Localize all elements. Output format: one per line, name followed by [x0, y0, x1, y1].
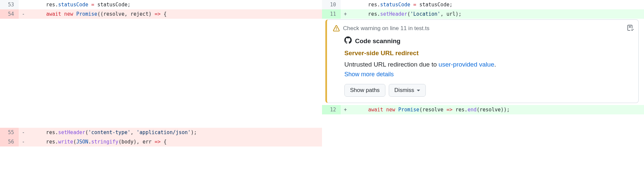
diff-marker: -	[19, 137, 28, 146]
empty-region	[0, 19, 322, 128]
line-number[interactable]: 12	[322, 105, 341, 114]
chevron-down-icon	[417, 90, 420, 91]
line-number[interactable]: 54	[0, 9, 19, 19]
alert-check-label: Check warning on line 11 in test.ts	[343, 25, 429, 32]
alert-source-link[interactable]: user-provided value	[438, 61, 494, 68]
code-content: res.write(JSON.stringify(body), err => {	[28, 137, 322, 146]
diff-line[interactable]: 10 res.statusCode = statusCode;	[322, 0, 644, 9]
line-number[interactable]: 11	[322, 9, 341, 19]
diff-line[interactable]: 56- res.write(JSON.stringify(body), err …	[0, 137, 322, 146]
diff-left: 53 res.statusCode = statusCode;54- await…	[0, 0, 322, 146]
alert-description: Untrusted URL redirection due to user-pr…	[344, 61, 632, 68]
diff-line[interactable]: 54- await new Promise((resolve, reject) …	[0, 9, 322, 19]
diff-line[interactable]: 11+ res.setHeader('Location', url);	[322, 9, 644, 19]
code-content: res.setHeader('content-type', 'applicati…	[28, 128, 322, 137]
warning-icon	[333, 25, 340, 32]
diff-marker	[19, 0, 28, 9]
show-paths-button[interactable]: Show paths	[344, 84, 385, 97]
code-content: await new Promise(resolve => res.end(res…	[350, 105, 644, 114]
code-content: res.statusCode = statusCode;	[350, 0, 644, 9]
alert-header: Check warning on line 11 in test.ts	[333, 25, 632, 32]
diff-line[interactable]: 55- res.setHeader('content-type', 'appli…	[0, 128, 322, 137]
diff-line[interactable]: 12+ await new Promise(resolve => res.end…	[322, 105, 644, 114]
diff-marker: +	[341, 105, 350, 114]
empty-line	[322, 114, 644, 124]
diff-split-view: 53 res.statusCode = statusCode;54- await…	[0, 0, 644, 146]
line-number[interactable]: 55	[0, 128, 19, 137]
alert-provider-label: Code scanning	[355, 37, 400, 45]
line-number[interactable]: 10	[322, 0, 341, 9]
alert-provider: Code scanning	[344, 36, 632, 45]
code-scanning-alert: Check warning on line 11 in test.ts Code…	[325, 19, 639, 103]
github-icon	[344, 36, 352, 45]
dismiss-button[interactable]: Dismiss	[389, 84, 426, 97]
show-more-details-link[interactable]: Show more details	[344, 71, 394, 78]
diff-marker: -	[19, 128, 28, 137]
line-number[interactable]: 53	[0, 0, 19, 9]
line-number[interactable]: 56	[0, 137, 19, 146]
diff-right: 10 res.statusCode = statusCode;11+ res.s…	[322, 0, 644, 146]
code-content: res.setHeader('Location', url);	[350, 9, 644, 19]
code-content: res.statusCode = statusCode;	[28, 0, 322, 9]
code-content: await new Promise((resolve, reject) => {	[28, 9, 322, 19]
diff-line[interactable]: 53 res.statusCode = statusCode;	[0, 0, 322, 9]
checklist-icon[interactable]	[627, 24, 634, 32]
diff-marker: -	[19, 9, 28, 19]
alert-title: Server-side URL redirect	[344, 50, 632, 57]
code-scanning-alert-container: Check warning on line 11 in test.ts Code…	[322, 19, 644, 105]
diff-marker: +	[341, 9, 350, 19]
diff-marker	[341, 0, 350, 9]
